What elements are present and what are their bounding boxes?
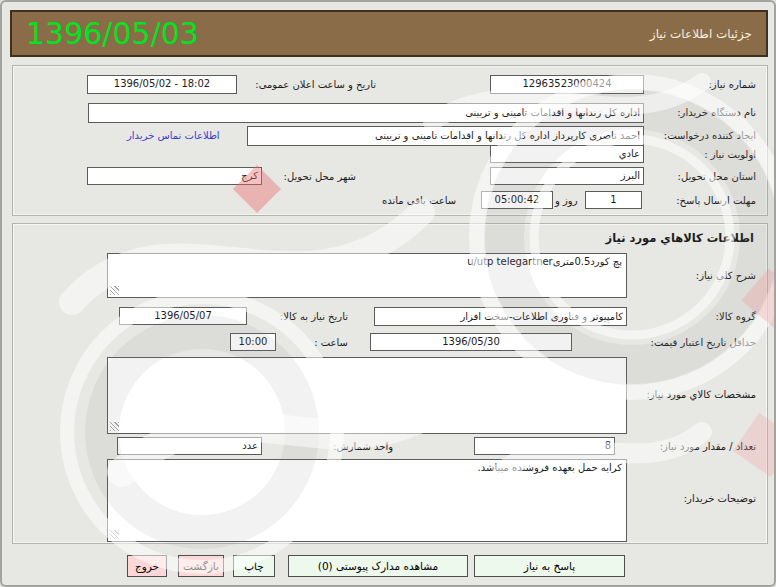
resize-grip-icon[interactable] — [110, 422, 119, 431]
hour-field[interactable]: 10:00 — [230, 333, 276, 351]
buyer-notes-label: توضیحات خریدار: — [684, 493, 756, 504]
need-description-label: شرح کلي نیاز: — [696, 270, 756, 281]
deadline-days-field[interactable]: 1 — [585, 191, 642, 209]
title-bar: 1396/05/03 جزئیات اطلاعات نیاز — [10, 10, 768, 57]
goods-group-label: گروه کالا: — [716, 311, 756, 322]
need-date-field[interactable]: 1396/05/07 — [119, 307, 247, 325]
count-unit-field[interactable]: عدد — [117, 437, 262, 455]
response-deadline-label: مهلت ارسال پاسخ: — [676, 195, 756, 206]
hour-label: ساعت : — [314, 337, 348, 348]
reply-to-need-button[interactable]: پاسخ به نیاز — [474, 555, 625, 577]
delivery-province-label: استان محل تحویل: — [678, 171, 756, 182]
buyer-notes-area[interactable]: کرایه حمل بعهده فروشنده میباشد. — [107, 459, 627, 542]
delivery-province-field[interactable]: البرز — [490, 167, 644, 185]
request-creator-label: ایجاد کننده درخواست: — [664, 130, 756, 141]
announce-datetime-field[interactable]: 1396/05/02 - 18:02 — [87, 75, 237, 94]
count-unit-label: واحد شمارش: — [333, 441, 393, 452]
buyer-notes-text: کرایه حمل بعهده فروشنده میباشد. — [478, 462, 622, 473]
announce-datetime-label: تاریخ و ساعت اعلان عمومی: — [255, 79, 376, 90]
need-number-label: شماره نیاز: — [709, 79, 757, 90]
priority-field[interactable]: عادي — [490, 145, 644, 163]
print-button[interactable]: چاپ — [233, 555, 275, 577]
view-attachments-button[interactable]: مشاهده مدارک پیوستی (0) — [288, 555, 468, 577]
need-number-field[interactable]: 12963523000424 — [490, 75, 644, 94]
price-validity-date-field[interactable]: 1396/05/30 — [370, 333, 572, 351]
request-creator-field[interactable]: احمد ناصری کارپرداز اداره کل زندانها و ا… — [247, 126, 644, 146]
quantity-field[interactable]: 8 — [474, 437, 615, 455]
need-description-area[interactable]: پچ کورد0.5متریu/utp telegartner — [107, 253, 627, 298]
buyer-contact-link[interactable]: اطلاعات تماس خریدار — [127, 130, 220, 141]
header-date: 1396/05/03 — [26, 16, 199, 51]
delivery-city-field[interactable]: کرج — [87, 167, 262, 185]
deadline-remaining-suffix: ساعت باقی مانده — [382, 195, 456, 206]
exit-button[interactable]: خروج — [127, 555, 167, 577]
back-button[interactable]: بازگشت — [178, 555, 224, 577]
buyer-org-label: نام دستگاه خریدار: — [677, 107, 756, 118]
goods-specs-area[interactable] — [107, 357, 627, 434]
buyer-org-field[interactable]: اداره کل زندانها و اقدامات تامینی و تربی… — [88, 103, 644, 123]
resize-grip-icon[interactable] — [110, 286, 119, 295]
goods-section-title: اطلاعات کالاهاي مورد نیاز — [606, 231, 754, 245]
deadline-time-field[interactable]: 05:00:42 — [481, 191, 553, 209]
goods-specs-label: مشخصات کالاي مورد نیاز: — [646, 389, 756, 400]
deadline-days-suffix: روز و — [555, 195, 578, 206]
delivery-city-label: شهر محل تحویل: — [284, 171, 356, 182]
need-date-label: تاریخ نیاز به کالا: — [280, 311, 348, 322]
page-title: جزئیات اطلاعات نیاز — [650, 27, 752, 41]
quantity-label: تعداد / مقدار مورد نیاز: — [660, 441, 756, 452]
price-validity-label: حداقل تاریخ اعتبار قیمت: — [651, 337, 756, 348]
page-root: 1396/05/03 جزئیات اطلاعات نیاز شماره نیا… — [0, 0, 776, 587]
goods-group-field[interactable]: کامپیوتر و فناوری اطلاعات-سخت افزار — [374, 307, 627, 326]
resize-grip-icon[interactable] — [110, 530, 119, 539]
need-description-text: پچ کورد0.5متریu/utp telegartner — [467, 256, 622, 267]
priority-label: اولویت نیاز : — [704, 149, 756, 160]
